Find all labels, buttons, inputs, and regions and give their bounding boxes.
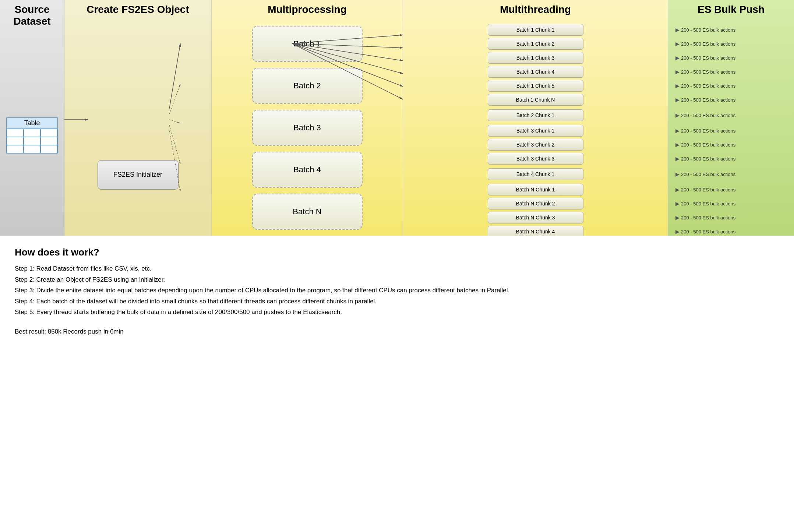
chunk-group-1: Batch 1 Chunk 1 Batch 1 Chunk 2 Batch 1 … — [410, 23, 660, 107]
batch-box-4: Batch 4 — [252, 152, 363, 188]
chunk-group-3: Batch 3 Chunk 1 Batch 3 Chunk 2 Batch 3 … — [410, 124, 660, 166]
es-label-bnc1: ▶ 200 - 500 ES bulk actions — [675, 184, 735, 195]
chunk-b1c4: Batch 1 Chunk 4 — [488, 66, 583, 78]
col-create: Create FS2ES Object FS2ES Initializer — [64, 0, 212, 236]
arrow-icon: ▶ — [675, 112, 680, 118]
es-group-n: ▶ 200 - 500 ES bulk actions ▶ 200 - 500 … — [675, 183, 787, 236]
es-group-2: ▶ 200 - 500 ES bulk actions — [675, 108, 787, 122]
arrow-icon: ▶ — [675, 128, 680, 134]
table-label: Table — [7, 118, 57, 129]
es-bulk-area: ▶ 200 - 500 ES bulk actions ▶ 200 - 500 … — [668, 21, 794, 235]
chunk-b1c1: Batch 1 Chunk 1 — [488, 24, 583, 36]
es-label-b4c1: ▶ 200 - 500 ES bulk actions — [675, 168, 735, 180]
chunk-bnc2: Batch N Chunk 2 — [488, 198, 583, 209]
tw-cell — [24, 129, 40, 137]
arrow-icon: ▶ — [675, 27, 680, 33]
arrow-icon: ▶ — [675, 97, 680, 103]
how-result: Best result: 850k Records push in 6min — [15, 328, 779, 335]
chunk-b4c1: Batch 4 Chunk 1 — [488, 168, 583, 180]
es-group-3: ▶ 200 - 500 ES bulk actions ▶ 200 - 500 … — [675, 124, 787, 166]
arrow-icon: ▶ — [675, 156, 680, 162]
arrow-icon: ▶ — [675, 41, 680, 47]
es-label-b3c3: ▶ 200 - 500 ES bulk actions — [675, 153, 735, 165]
arrow-icon: ▶ — [675, 142, 680, 148]
es-group-4: ▶ 200 - 500 ES bulk actions — [675, 167, 787, 181]
multithreading-header: Multithreading — [496, 4, 575, 15]
arrow-icon: ▶ — [675, 55, 680, 61]
chunk-b1cn: Batch 1 Chunk N — [488, 94, 583, 106]
es-bulk-header: ES Bulk Push — [694, 4, 768, 15]
col-es-bulk: ES Bulk Push ▶ 200 - 500 ES bulk actions… — [668, 0, 794, 236]
es-label-bnc3: ▶ 200 - 500 ES bulk actions — [675, 212, 735, 223]
table-widget: Table — [6, 117, 58, 154]
arrow-icon: ▶ — [675, 215, 680, 221]
how-step-2: Step 2: Create an Object of FS2ES using … — [15, 275, 779, 285]
chunk-b3c1: Batch 3 Chunk 1 — [488, 125, 583, 137]
arrow-icon: ▶ — [675, 229, 680, 235]
chunk-group-n: Batch N Chunk 1 Batch N Chunk 2 Batch N … — [410, 183, 660, 236]
how-step-5: Step 5: Every thread starts buffering th… — [15, 307, 779, 317]
es-label-b1cn: ▶ 200 - 500 ES bulk actions — [675, 94, 735, 106]
how-title: How does it work? — [15, 247, 779, 258]
tw-cell — [7, 137, 24, 145]
tw-cell — [7, 129, 24, 137]
tw-cell — [24, 145, 40, 153]
chunk-b2c1: Batch 2 Chunk 1 — [488, 109, 583, 121]
how-step-3: Step 3: Divide the entire dataset into e… — [15, 286, 779, 295]
how-step-1: Step 1: Read Dataset from files like CSV… — [15, 264, 779, 274]
es-label-b3c1: ▶ 200 - 500 ES bulk actions — [675, 125, 735, 137]
es-label-b1c1: ▶ 200 - 500 ES bulk actions — [675, 24, 735, 36]
create-header: Create FS2ES Object — [83, 4, 193, 15]
arrow-icon: ▶ — [675, 83, 680, 89]
table-body — [7, 129, 57, 153]
arrow-icon: ▶ — [675, 187, 680, 193]
batches-area: Batch 1 Batch 2 Batch 3 Batch 4 Batch N — [212, 21, 403, 235]
col-multiprocessing: Multiprocessing Batch 1 Batch 2 Batch 3 … — [212, 0, 403, 236]
tw-cell — [40, 137, 57, 145]
chunk-bnc4: Batch N Chunk 4 — [488, 226, 583, 236]
arrow-icon: ▶ — [675, 69, 680, 75]
batch-box-3: Batch 3 — [252, 110, 363, 146]
batch-box-1: Batch 1 — [252, 26, 363, 62]
es-label-b2c1: ▶ 200 - 500 ES bulk actions — [675, 109, 735, 121]
chunk-b3c2: Batch 3 Chunk 2 — [488, 139, 583, 151]
es-label-b1c5: ▶ 200 - 500 ES bulk actions — [675, 80, 735, 92]
tw-cell — [40, 145, 57, 153]
tw-cell — [24, 137, 40, 145]
es-group-1: ▶ 200 - 500 ES bulk actions ▶ 200 - 500 … — [675, 23, 787, 107]
tw-cell — [40, 129, 57, 137]
chunk-group-2: Batch 2 Chunk 1 — [410, 108, 660, 122]
diagram: Source Dataset Table Create FS2ES Obj — [0, 0, 794, 236]
arrow-icon: ▶ — [675, 171, 680, 177]
es-label-bnc2: ▶ 200 - 500 ES bulk actions — [675, 198, 735, 209]
source-header: Source Dataset — [0, 4, 64, 27]
how-step-4: Step 4: Each batch of the dataset will b… — [15, 297, 779, 306]
col-source: Source Dataset Table — [0, 0, 64, 236]
col-multithreading: Multithreading Batch 1 Chunk 1 Batch 1 C… — [403, 0, 668, 236]
tw-cell — [7, 145, 24, 153]
chunk-group-4: Batch 4 Chunk 1 — [410, 167, 660, 181]
chunk-bnc1: Batch N Chunk 1 — [488, 184, 583, 195]
chunk-b1c3: Batch 1 Chunk 3 — [488, 52, 583, 64]
es-label-b3c2: ▶ 200 - 500 ES bulk actions — [675, 139, 735, 151]
multiprocessing-header: Multiprocessing — [264, 4, 350, 15]
how-section: How does it work? Step 1: Read Dataset f… — [0, 236, 794, 346]
chunks-area: Batch 1 Chunk 1 Batch 1 Chunk 2 Batch 1 … — [403, 21, 668, 235]
batch-box-2: Batch 2 — [252, 68, 363, 104]
es-label-b1c3: ▶ 200 - 500 ES bulk actions — [675, 52, 735, 64]
chunk-b1c5: Batch 1 Chunk 5 — [488, 80, 583, 92]
initializer-box: FS2ES Initializer — [98, 160, 179, 190]
arrow-icon: ▶ — [675, 201, 680, 207]
es-label-b1c2: ▶ 200 - 500 ES bulk actions — [675, 38, 735, 50]
chunk-b3c3: Batch 3 Chunk 3 — [488, 153, 583, 165]
batch-box-n: Batch N — [252, 194, 363, 230]
es-label-bnc4: ▶ 200 - 500 ES bulk actions — [675, 226, 735, 236]
es-label-b1c4: ▶ 200 - 500 ES bulk actions — [675, 66, 735, 78]
chunk-b1c2: Batch 1 Chunk 2 — [488, 38, 583, 50]
chunk-bnc3: Batch N Chunk 3 — [488, 212, 583, 223]
